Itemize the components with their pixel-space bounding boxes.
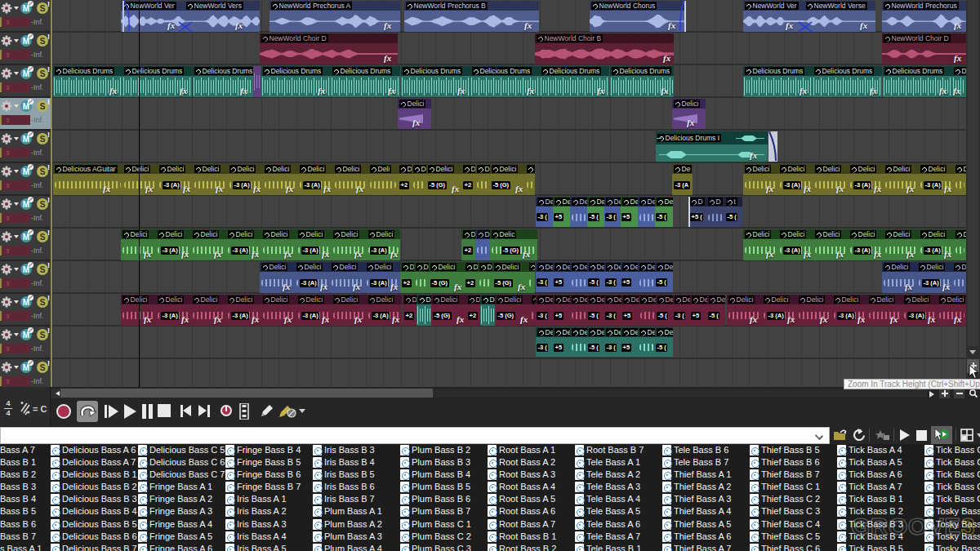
svg-text:S: S [40,135,46,144]
svg-text:!: ! [47,98,50,106]
svg-text:!: ! [47,0,50,8]
svg-text:!: ! [47,65,50,73]
svg-text:3: 3 [6,84,10,91]
svg-text:!: ! [47,229,50,237]
svg-text:!: ! [47,261,50,269]
svg-text:S: S [40,200,46,209]
svg-text:3: 3 [6,378,10,385]
svg-text:!: ! [47,33,50,41]
svg-text:S: S [40,69,46,78]
svg-text:3: 3 [6,19,10,26]
svg-text:!: ! [47,196,50,204]
svg-text:!: ! [47,163,50,171]
svg-text:S: S [40,298,46,307]
svg-text:S: S [40,167,46,176]
svg-text:S: S [40,102,46,111]
svg-text:= C: = C [33,404,47,414]
svg-text:S: S [40,265,46,274]
svg-text:!: ! [47,359,50,367]
svg-text:3: 3 [6,215,10,222]
svg-text:3: 3 [6,51,10,59]
svg-text:S: S [40,331,46,340]
svg-text:3: 3 [6,182,10,189]
svg-text:3: 3 [6,117,10,124]
svg-text:S: S [40,4,46,13]
svg-text:!: ! [47,131,50,139]
svg-text:S: S [40,37,46,46]
svg-text:3: 3 [6,280,10,287]
svg-text:3: 3 [6,313,10,320]
svg-text:!: ! [47,294,50,302]
svg-text:!: ! [47,327,50,335]
svg-text:S: S [40,363,46,372]
svg-text:S: S [40,233,46,242]
svg-text:3: 3 [6,247,10,255]
svg-text:3: 3 [6,345,10,353]
svg-text:3: 3 [6,149,10,157]
